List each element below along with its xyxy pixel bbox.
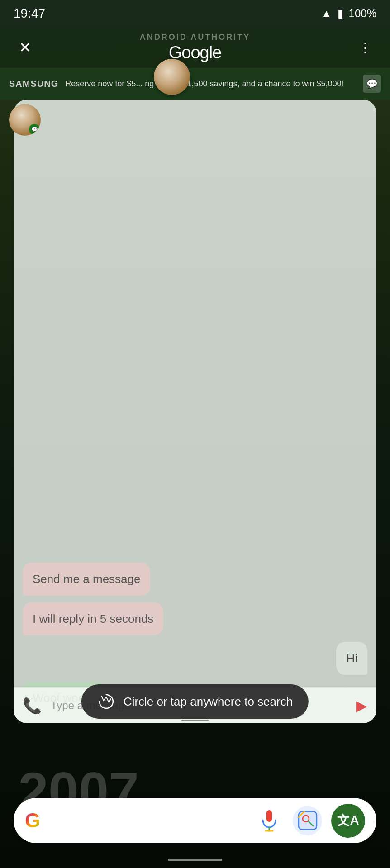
mic-button[interactable] xyxy=(254,806,284,835)
input-underline xyxy=(181,720,209,721)
phone-icon[interactable]: 📞 xyxy=(23,697,42,715)
status-icons: ▲ ▮ 100% xyxy=(321,7,376,20)
message-2: I will reply in 5 seconds xyxy=(23,602,163,635)
translate-button[interactable]: 文A xyxy=(331,804,365,838)
chat-badge: 💬 xyxy=(29,124,40,135)
svg-rect-0 xyxy=(266,810,272,822)
chat-avatar: 💬 xyxy=(9,104,41,136)
message-3: Hi xyxy=(336,642,367,674)
chat-icon: 💬 xyxy=(366,78,378,89)
message-bubble-3: Hi xyxy=(336,642,367,674)
close-icon: ✕ xyxy=(19,39,31,56)
home-indicator xyxy=(168,859,222,861)
menu-button[interactable]: ⋮ xyxy=(354,36,376,59)
samsung-logo: SAMSUNG xyxy=(9,79,58,89)
close-button[interactable]: ✕ xyxy=(14,36,36,59)
bottom-google-bar[interactable]: G 文A xyxy=(14,798,376,843)
dog-avatar xyxy=(154,59,190,95)
message-bubble-1: Send me a message xyxy=(23,563,150,595)
circle-search-text: Circle or tap anywhere to search xyxy=(124,695,293,709)
message-1: Send me a message xyxy=(23,563,150,595)
top-bar: ✕ ANDROID AUTHORITY Google ⋮ xyxy=(0,27,390,68)
circle-search-overlay[interactable]: Circle or tap anywhere to search xyxy=(81,684,309,719)
android-authority-label: ANDROID AUTHORITY xyxy=(140,33,250,42)
menu-icon: ⋮ xyxy=(359,40,371,55)
status-bar: 19:47 ▲ ▮ 100% xyxy=(0,0,390,27)
circle-search-icon xyxy=(97,693,115,711)
chat-badge-icon: 💬 xyxy=(31,126,38,133)
status-time: 19:47 xyxy=(14,6,45,21)
battery-icon: ▮ xyxy=(338,7,343,20)
google-logo-area: ANDROID AUTHORITY Google xyxy=(140,33,250,62)
send-button[interactable]: ▶ xyxy=(356,697,367,714)
message-text-3: Hi xyxy=(346,651,357,665)
ad-text: Reserve now for $5... ng Credit, $1,500 … xyxy=(65,79,356,89)
ad-chat-icon: 💬 xyxy=(363,75,381,93)
lens-button[interactable] xyxy=(293,806,322,835)
battery-percent: 100% xyxy=(349,7,376,20)
message-text-1: Send me a message xyxy=(33,572,140,586)
wifi-icon: ▲ xyxy=(321,7,332,20)
google-g-logo[interactable]: G xyxy=(25,809,40,832)
ad-banner[interactable]: SAMSUNG Reserve now for $5... ng Credit,… xyxy=(0,68,390,100)
chat-card: Send me a message I will reply in 5 seco… xyxy=(14,100,376,723)
translate-icon: 文A xyxy=(337,812,359,829)
message-bubble-2: I will reply in 5 seconds xyxy=(23,602,163,635)
message-text-2: I will reply in 5 seconds xyxy=(33,612,153,626)
chat-messages: Send me a message I will reply in 5 seco… xyxy=(14,100,376,723)
